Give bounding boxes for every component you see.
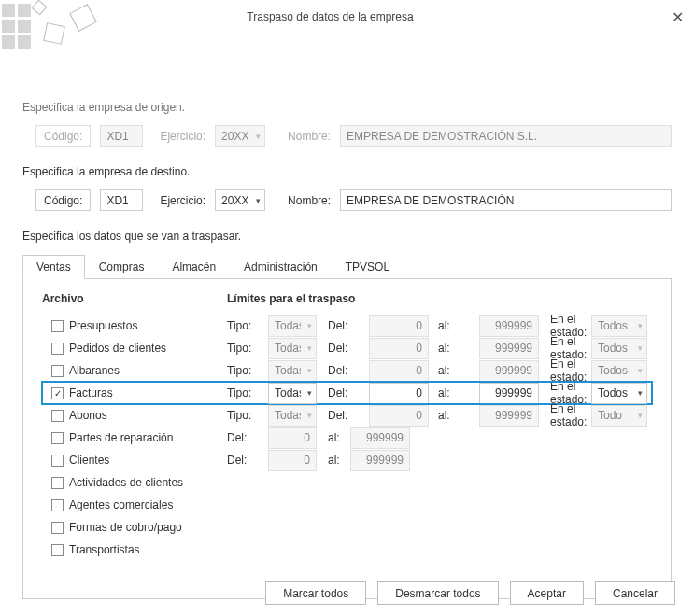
al-label: al:: [438, 342, 479, 355]
tab-compras[interactable]: Compras: [85, 255, 159, 279]
dest-nombre-input[interactable]: [340, 189, 672, 211]
item-label: Presupuestos: [69, 319, 137, 332]
origin-section-label: Especifica la empresa de origen.: [22, 101, 672, 114]
tipo-select: [268, 315, 317, 337]
del-label: Del:: [328, 342, 369, 355]
dest-nombre-label: Nombre:: [288, 194, 331, 207]
item-label: Pedidos de clientes: [69, 342, 166, 355]
al-label: al:: [328, 454, 350, 467]
item-label: Abonos: [69, 409, 107, 422]
al-input: [350, 427, 410, 449]
dest-row: Código: Ejercicio: ▾ Nombre:: [22, 189, 672, 211]
origin-row: Código: Ejercicio: ▾ Nombre:: [22, 125, 672, 147]
tipo-label: Tipo:: [227, 342, 268, 355]
tipo-select: [268, 405, 317, 427]
tipo-select: [268, 360, 317, 382]
cancel-button[interactable]: Cancelar: [595, 581, 675, 605]
tab-administracion[interactable]: Administración: [230, 255, 332, 279]
del-input: [369, 338, 429, 359]
close-button[interactable]: ✕: [660, 0, 694, 34]
item-checkbox[interactable]: [51, 365, 64, 377]
item-checkbox[interactable]: [51, 343, 64, 355]
tipo-select[interactable]: [268, 383, 317, 404]
tab-ventas[interactable]: Ventas: [22, 255, 85, 279]
tipo-label: Tipo:: [227, 319, 268, 332]
data-section-label: Especifica los datos que se van a traspa…: [22, 230, 672, 243]
item-checkbox[interactable]: [51, 544, 64, 556]
dest-ejercicio-label: Ejercicio:: [160, 194, 205, 207]
accept-button[interactable]: Aceptar: [510, 581, 584, 605]
tabs: Ventas Compras Almacén Administración TP…: [22, 254, 672, 279]
item-checkbox[interactable]: [51, 477, 64, 489]
del-input: [369, 315, 429, 337]
del-label: Del:: [227, 431, 268, 444]
item-row: Pedidos de clientes Tipo: ▾ Del: al: En …: [42, 337, 652, 359]
item-checkbox[interactable]: [51, 499, 64, 511]
item-checkbox[interactable]: [51, 320, 64, 332]
dest-ejercicio-select[interactable]: [215, 189, 265, 211]
item-row: Clientes Del: al:: [42, 449, 652, 471]
item-checkbox[interactable]: [51, 455, 64, 467]
item-checkbox[interactable]: ✓: [51, 387, 64, 399]
item-label: Clientes: [69, 454, 109, 467]
origin-nombre-label: Nombre:: [288, 130, 331, 143]
tab-content: Archivo Límites para el traspaso Presupu…: [22, 279, 672, 599]
item-label: Agentes comerciales: [69, 498, 173, 511]
item-checkbox[interactable]: [51, 410, 64, 422]
al-input: [479, 405, 539, 427]
origin-codigo-input: [100, 125, 143, 147]
titlebar: Traspaso de datos de la empresa ✕: [0, 0, 694, 34]
origin-ejercicio-select: [215, 125, 265, 147]
item-label: Transportistas: [69, 543, 140, 556]
tipo-label: Tipo:: [227, 364, 268, 377]
dest-section-label: Especifica la empresa de destino.: [22, 165, 672, 178]
al-input: [350, 450, 410, 471]
header-limits: Límites para el traspaso: [227, 292, 652, 305]
al-label: al:: [438, 386, 479, 399]
unmark-all-button[interactable]: Desmarcar todos: [377, 581, 498, 605]
del-label: Del:: [328, 409, 369, 422]
del-input: [369, 360, 429, 382]
item-checkbox[interactable]: [51, 432, 64, 444]
item-row: ✓ Facturas Tipo: ▾ Del: al: En el estado…: [42, 382, 652, 404]
al-input: [479, 360, 539, 382]
mark-all-button[interactable]: Marcar todos: [265, 581, 366, 605]
del-input: [268, 450, 317, 471]
item-row: Transportistas: [42, 539, 652, 561]
item-label: Actividades de clientes: [69, 476, 183, 489]
estado-select: [591, 315, 647, 337]
al-input: [479, 338, 539, 359]
dest-codigo-label[interactable]: Código:: [35, 189, 91, 211]
item-row: Actividades de clientes: [42, 471, 652, 494]
item-label: Formas de cobro/pago: [69, 521, 182, 534]
del-label: Del:: [328, 319, 369, 332]
item-row: Abonos Tipo: ▾ Del: al: En el estado: ▾: [42, 404, 652, 427]
tab-tpvsol[interactable]: TPVSOL: [332, 255, 404, 279]
estado-select: [591, 338, 647, 359]
al-label: al:: [438, 319, 479, 332]
al-input: [479, 315, 539, 337]
item-row: Presupuestos Tipo: ▾ Del: al: En el esta…: [42, 315, 652, 337]
estado-select: [591, 405, 647, 427]
del-input: [369, 405, 429, 427]
estado-select[interactable]: [591, 383, 647, 404]
app-logo: [0, 0, 103, 56]
del-label: Del:: [328, 364, 369, 377]
del-input: [268, 427, 317, 449]
del-label: Del:: [227, 454, 268, 467]
al-input[interactable]: [479, 383, 539, 404]
item-checkbox[interactable]: [51, 522, 64, 534]
del-label: Del:: [328, 386, 369, 399]
del-input[interactable]: [369, 383, 429, 404]
dest-codigo-input[interactable]: [100, 189, 143, 211]
origin-codigo-label: Código:: [35, 125, 91, 147]
al-label: al:: [328, 431, 350, 444]
al-label: al:: [438, 364, 479, 377]
item-row: Agentes comerciales: [42, 494, 652, 516]
item-label: Facturas: [69, 386, 113, 399]
origin-nombre-input: [340, 125, 672, 147]
tipo-label: Tipo:: [227, 386, 268, 399]
origin-ejercicio-label: Ejercicio:: [160, 130, 205, 143]
tab-almacen[interactable]: Almacén: [158, 255, 230, 279]
tipo-label: Tipo:: [227, 409, 268, 422]
